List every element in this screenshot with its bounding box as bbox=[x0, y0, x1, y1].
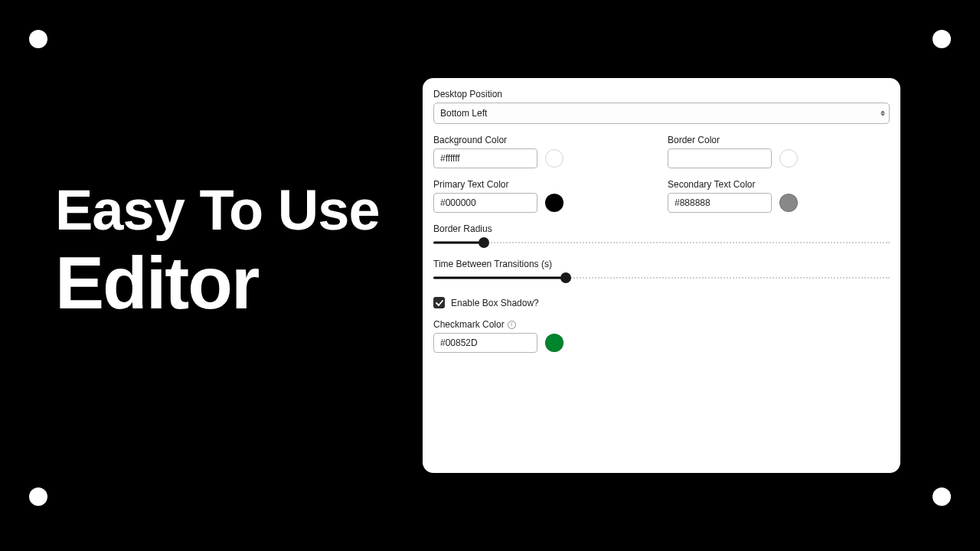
editor-panel: Desktop Position Bottom Left Background … bbox=[423, 78, 900, 473]
transition-time-fill bbox=[433, 277, 566, 279]
corner-dot-top-right bbox=[933, 30, 951, 48]
info-icon[interactable]: i bbox=[508, 321, 516, 329]
primary-text-color-input[interactable] bbox=[433, 193, 537, 213]
checkmark-color-input[interactable] bbox=[433, 333, 537, 353]
desktop-position-value: Bottom Left bbox=[440, 108, 487, 119]
enable-shadow-checkbox[interactable] bbox=[433, 297, 445, 308]
headline-line1: Easy To Use bbox=[55, 181, 380, 240]
checkmark-color-label: Checkmark Color i bbox=[433, 319, 890, 330]
secondary-text-color-label: Secondary Text Color bbox=[668, 179, 890, 190]
background-color-input[interactable] bbox=[433, 148, 537, 168]
transition-time-slider[interactable] bbox=[433, 272, 890, 283]
secondary-text-color-input[interactable] bbox=[668, 193, 772, 213]
border-radius-thumb[interactable] bbox=[479, 237, 489, 248]
headline: Easy To Use Editor bbox=[55, 181, 380, 321]
desktop-position-select[interactable]: Bottom Left bbox=[433, 103, 890, 124]
corner-dot-bottom-right bbox=[933, 487, 951, 506]
transition-time-thumb[interactable] bbox=[560, 272, 571, 283]
background-color-swatch[interactable] bbox=[545, 149, 564, 168]
select-caret-icon bbox=[880, 111, 885, 116]
border-color-label: Border Color bbox=[668, 135, 890, 145]
headline-line2: Editor bbox=[55, 245, 380, 322]
desktop-position-label: Desktop Position bbox=[433, 89, 890, 99]
checkmark-color-swatch[interactable] bbox=[545, 334, 564, 352]
primary-text-color-label: Primary Text Color bbox=[433, 179, 655, 190]
secondary-text-color-swatch[interactable] bbox=[779, 194, 798, 212]
enable-shadow-label: Enable Box Shadow? bbox=[451, 298, 539, 308]
border-color-input[interactable] bbox=[668, 148, 772, 168]
background-color-label: Background Color bbox=[433, 135, 655, 145]
corner-dot-bottom-left bbox=[29, 487, 47, 506]
checkmark-color-label-text: Checkmark Color bbox=[433, 319, 505, 330]
checkmark-icon bbox=[436, 299, 443, 307]
border-radius-slider[interactable] bbox=[433, 237, 890, 248]
corner-dot-top-left bbox=[29, 30, 47, 48]
primary-text-color-swatch[interactable] bbox=[545, 194, 564, 212]
transition-time-label: Time Between Transitions (s) bbox=[433, 259, 890, 269]
border-radius-label: Border Radius bbox=[433, 223, 890, 234]
border-color-swatch[interactable] bbox=[779, 149, 798, 168]
border-radius-fill bbox=[433, 242, 484, 244]
